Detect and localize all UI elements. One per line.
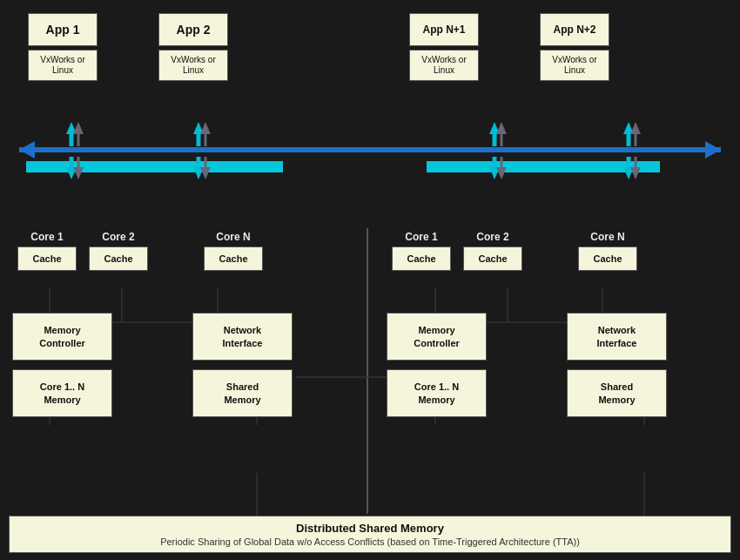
svg-marker-26 bbox=[496, 122, 507, 134]
left-cache2-box: Cache bbox=[89, 246, 148, 271]
svg-marker-16 bbox=[193, 167, 204, 179]
right-cachen-box: Cache bbox=[578, 246, 637, 271]
svg-marker-30 bbox=[623, 122, 634, 134]
right-coren-col: Core N Cache bbox=[576, 231, 639, 271]
appn2-block: App N+2 VxWorks or Linux bbox=[540, 13, 609, 81]
left-core2-col: Core 2 Cache bbox=[87, 231, 150, 271]
right-cache2-box: Cache bbox=[463, 246, 522, 271]
appn1-block: App N+1 VxWorks or Linux bbox=[409, 13, 479, 81]
svg-marker-1 bbox=[19, 141, 35, 159]
right-core1-col: Core 1 Cache bbox=[390, 231, 453, 271]
left-cachen-box: Cache bbox=[204, 246, 263, 271]
svg-marker-12 bbox=[73, 167, 84, 179]
right-middle-row: Memory Controller Network Interface bbox=[387, 313, 731, 361]
appn1-os-box: VxWorks or Linux bbox=[409, 50, 479, 81]
svg-marker-6 bbox=[66, 122, 77, 134]
left-board: Core 1 Cache Core 2 Cache Core N Cache M… bbox=[9, 231, 361, 417]
right-core2-col: Core 2 Cache bbox=[461, 231, 524, 271]
svg-marker-20 bbox=[200, 167, 211, 179]
svg-rect-4 bbox=[427, 161, 660, 172]
right-core1-label: Core 1 bbox=[405, 231, 437, 243]
dsm-title: Distributed Shared Memory bbox=[18, 522, 722, 535]
left-memory-controller-box: Memory Controller bbox=[12, 313, 112, 361]
svg-marker-8 bbox=[66, 167, 77, 179]
left-coren-col: Core N Cache bbox=[202, 231, 265, 271]
app2-box: App 2 bbox=[158, 13, 228, 46]
right-core2-label: Core 2 bbox=[476, 231, 508, 243]
app1-block: App 1 VxWorks or Linux bbox=[28, 13, 98, 81]
left-shared-memory-box: Shared Memory bbox=[192, 369, 293, 417]
left-middle-row: Memory Controller Network Interface bbox=[12, 313, 361, 361]
right-cores-row: Core 1 Cache Core 2 Cache Core N Cache bbox=[390, 231, 731, 271]
svg-marker-18 bbox=[200, 122, 211, 134]
right-app-group: App N+1 VxWorks or Linux App N+2 VxWorks… bbox=[409, 13, 609, 81]
dsm-footer: Distributed Shared Memory Periodic Shari… bbox=[9, 516, 731, 553]
svg-marker-34 bbox=[630, 122, 641, 134]
app2-block: App 2 VxWorks or Linux bbox=[158, 13, 228, 81]
svg-marker-10 bbox=[73, 122, 84, 134]
svg-rect-3 bbox=[26, 161, 283, 172]
right-memory-controller-box: Memory Controller bbox=[387, 313, 487, 361]
left-memory-row: Core 1.. N Memory Shared Memory bbox=[12, 369, 361, 417]
app1-box: App 1 bbox=[28, 13, 98, 46]
right-memory-row: Core 1.. N Memory Shared Memory bbox=[387, 369, 731, 417]
svg-marker-28 bbox=[496, 167, 507, 179]
left-core1-label: Core 1 bbox=[30, 231, 63, 243]
appn2-os-box: VxWorks or Linux bbox=[540, 50, 609, 81]
diagram-container: { "title": "Distributed Shared Memory Ar… bbox=[0, 0, 740, 560]
left-cache1-box: Cache bbox=[17, 246, 77, 271]
appn1-box: App N+1 bbox=[409, 13, 479, 46]
left-core1-col: Core 1 Cache bbox=[16, 231, 78, 271]
svg-marker-36 bbox=[630, 167, 641, 179]
right-shared-memory-box: Shared Memory bbox=[567, 369, 667, 417]
svg-marker-22 bbox=[489, 122, 500, 134]
right-coren-label: Core N bbox=[590, 231, 624, 243]
right-core-memory-box: Core 1.. N Memory bbox=[387, 369, 487, 417]
app2-os-box: VxWorks or Linux bbox=[158, 50, 228, 81]
left-network-interface-box: Network Interface bbox=[192, 313, 293, 361]
left-cores-row: Core 1 Cache Core 2 Cache Core N Cache bbox=[16, 231, 361, 271]
left-core2-label: Core 2 bbox=[102, 231, 134, 243]
right-network-interface-box: Network Interface bbox=[567, 313, 667, 361]
svg-marker-2 bbox=[705, 141, 721, 159]
app1-os-box: VxWorks or Linux bbox=[28, 50, 98, 81]
svg-marker-14 bbox=[193, 122, 204, 134]
appn2-box: App N+2 bbox=[540, 13, 609, 46]
svg-marker-32 bbox=[623, 167, 634, 179]
left-app-group: App 1 VxWorks or Linux App 2 VxWorks or … bbox=[28, 13, 228, 81]
right-cache1-box: Cache bbox=[392, 246, 451, 271]
dsm-subtitle: Periodic Sharing of Global Data w/o Acce… bbox=[18, 536, 722, 547]
left-core-memory-box: Core 1.. N Memory bbox=[12, 369, 112, 417]
left-coren-label: Core N bbox=[216, 231, 250, 243]
svg-marker-24 bbox=[489, 167, 500, 179]
right-board: Core 1 Cache Core 2 Cache Core N Cache M… bbox=[383, 231, 731, 417]
